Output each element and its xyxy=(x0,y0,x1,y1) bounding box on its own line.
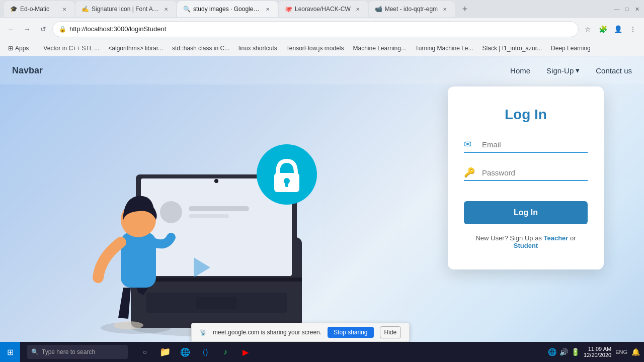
svg-rect-11 xyxy=(196,297,236,309)
svg-rect-16 xyxy=(285,182,288,187)
back-button[interactable]: ← xyxy=(4,22,18,36)
navbar-links: Home Sign-Up ▾ Contact us xyxy=(510,66,632,75)
bookmark-7[interactable]: Turning Machine Le... xyxy=(411,42,477,54)
taskbar-search-icon: 🔍 xyxy=(31,348,39,355)
tab-font-awesome[interactable]: ✍️ Signature Icon | Font Awesome ✕ xyxy=(75,1,176,17)
tab-label-4: Leoravoe/HACK-CW xyxy=(295,6,351,13)
close-window-button[interactable]: ✕ xyxy=(634,6,640,12)
taskbar-chrome[interactable]: 🌐 xyxy=(176,343,194,361)
taskbar: ⊞ 🔍 ○ 📁 🌐 ⟨⟩ ♪ ▶ 🌐 🔊 🔋 11:09 AM 12/20/20… xyxy=(0,342,644,362)
student-link[interactable]: Student xyxy=(514,242,538,249)
clock-time: 11:09 AM xyxy=(584,346,611,352)
tab-favicon-3: 🔍 xyxy=(183,6,190,13)
bookmark-4-label: linux shortcuts xyxy=(238,45,277,52)
bookmarks-bar: ⊞ Apps Vector in C++ STL ... <algorithms… xyxy=(0,40,644,56)
volume-icon[interactable]: 🔊 xyxy=(559,348,568,356)
bookmark-8[interactable]: Slack | I1_intro_azur... xyxy=(478,42,546,54)
bookmark-3-label: std::hash class in C... xyxy=(172,45,229,52)
tab-label-5: Meet - ido-qqtr-egm xyxy=(385,6,438,13)
url-bar[interactable]: 🔒 http://localhost:3000/loginStudent xyxy=(52,21,579,37)
start-button[interactable]: ⊞ xyxy=(0,342,20,362)
tab-meet[interactable]: 📹 Meet - ido-qqtr-egm ✕ xyxy=(369,1,455,17)
bookmark-2[interactable]: <algorithms> librar... xyxy=(104,42,167,54)
bookmark-9[interactable]: Deep Learning xyxy=(547,42,595,54)
teacher-link[interactable]: Teacher xyxy=(544,234,569,242)
nav-contact[interactable]: Contact us xyxy=(596,66,632,75)
clock-date: 12/20/2020 xyxy=(584,352,611,358)
navbar-brand: Navbar xyxy=(12,65,43,76)
bookmark-2-label: <algorithms> librar... xyxy=(108,45,163,52)
tab-favicon-2: ✍️ xyxy=(82,6,89,13)
bookmark-separator xyxy=(36,44,36,52)
tab-google-search[interactable]: 🔍 study images · Google Search ✕ xyxy=(177,1,278,17)
network-icon[interactable]: 🌐 xyxy=(548,348,556,356)
address-bar: ← → ↺ 🔒 http://localhost:3000/loginStude… xyxy=(0,18,644,40)
bookmark-1[interactable]: Vector in C++ STL ... xyxy=(39,42,103,54)
reload-button[interactable]: ↺ xyxy=(36,22,50,36)
content-area: Navbar Home Sign-Up ▾ Contact us xyxy=(0,56,644,362)
url-text: http://localhost:3000/loginStudent xyxy=(69,25,166,33)
new-tab-button[interactable]: + xyxy=(458,2,472,16)
taskbar-file-explorer[interactable]: 📁 xyxy=(156,343,174,361)
tab-close-3[interactable]: ✕ xyxy=(264,5,272,13)
minimize-button[interactable]: — xyxy=(614,6,620,12)
taskbar-search-box[interactable]: 🔍 xyxy=(27,345,128,359)
extension-icon[interactable]: 🧩 xyxy=(596,22,610,36)
tab-close-1[interactable]: ✕ xyxy=(60,5,68,13)
system-clock[interactable]: 11:09 AM 12/20/2020 xyxy=(584,346,611,358)
settings-icon[interactable]: ⋮ xyxy=(626,22,640,36)
lang-indicator[interactable]: ENG xyxy=(615,349,627,355)
toolbar-icons: ☆ 🧩 👤 ⋮ xyxy=(581,22,640,36)
cortana-button[interactable] xyxy=(20,342,23,362)
apps-grid-icon: ⊞ xyxy=(8,45,13,52)
taskbar-cortana[interactable]: ○ xyxy=(136,343,154,361)
nav-signup[interactable]: Sign-Up ▾ xyxy=(546,66,580,75)
tab-ed-o-matic[interactable]: 🎓 Ed-o-Matic ✕ xyxy=(4,1,74,17)
login-button[interactable]: Log In xyxy=(464,201,588,224)
taskbar-youtube[interactable]: ▶ xyxy=(236,343,255,361)
password-form-group: 🔑 xyxy=(464,167,588,181)
hide-button[interactable]: Hide xyxy=(380,326,401,338)
tab-close-4[interactable]: ✕ xyxy=(354,5,362,13)
bookmark-5[interactable]: TensorFlow.js models xyxy=(282,42,348,54)
tab-hack-cw[interactable]: 🐙 Leoravoe/HACK-CW ✕ xyxy=(279,1,368,17)
bookmark-5-label: TensorFlow.js models xyxy=(286,45,344,52)
signup-chevron-icon: ▾ xyxy=(576,66,580,75)
profile-icon[interactable]: 👤 xyxy=(611,22,625,36)
screen-share-bar: 📡 meet.google.com is sharing your screen… xyxy=(191,323,410,342)
svg-rect-7 xyxy=(189,214,229,218)
battery-icon[interactable]: 🔋 xyxy=(571,348,580,356)
taskbar-vscode[interactable]: ⟨⟩ xyxy=(196,343,214,361)
email-icon: ✉ xyxy=(464,139,476,150)
tab-close-2[interactable]: ✕ xyxy=(162,5,170,13)
browser-window: 🎓 Ed-o-Matic ✕ ✍️ Signature Icon | Font … xyxy=(0,0,644,362)
svg-point-5 xyxy=(160,201,182,223)
or-text: or xyxy=(570,234,576,242)
tab-close-5[interactable]: ✕ xyxy=(441,5,449,13)
forward-button[interactable]: → xyxy=(20,22,34,36)
bookmark-apps[interactable]: ⊞ Apps xyxy=(4,42,33,54)
nav-signup-label: Sign-Up xyxy=(546,66,574,75)
signup-text: New User? Sign Up as Teacher or Student xyxy=(464,234,588,249)
password-field[interactable] xyxy=(482,168,588,177)
taskbar-search-input[interactable] xyxy=(42,348,122,355)
svg-point-12 xyxy=(214,179,218,183)
system-tray: 🌐 🔊 🔋 xyxy=(548,348,580,356)
email-field[interactable] xyxy=(482,140,588,149)
bookmark-3[interactable]: std::hash class in C... xyxy=(168,42,233,54)
bookmark-6[interactable]: Machine Learning... xyxy=(349,42,410,54)
taskbar-spotify[interactable]: ♪ xyxy=(216,343,234,361)
notification-icon[interactable]: 🔔 xyxy=(631,348,640,356)
svg-rect-6 xyxy=(189,206,249,211)
bookmark-4[interactable]: linux shortcuts xyxy=(234,42,281,54)
tab-favicon-4: 🐙 xyxy=(285,6,292,13)
screen-share-icon: 📡 xyxy=(200,329,207,336)
tab-label-3: study images · Google Search xyxy=(193,6,261,13)
bookmark-1-label: Vector in C++ STL ... xyxy=(43,45,99,52)
bookmark-icon[interactable]: ☆ xyxy=(581,22,595,36)
screen-share-message: meet.google.com is sharing your screen. xyxy=(213,329,321,336)
maximize-button[interactable]: □ xyxy=(624,6,630,12)
nav-home[interactable]: Home xyxy=(510,66,530,75)
app-page: Navbar Home Sign-Up ▾ Contact us xyxy=(0,56,644,362)
stop-sharing-button[interactable]: Stop sharing xyxy=(328,327,373,338)
